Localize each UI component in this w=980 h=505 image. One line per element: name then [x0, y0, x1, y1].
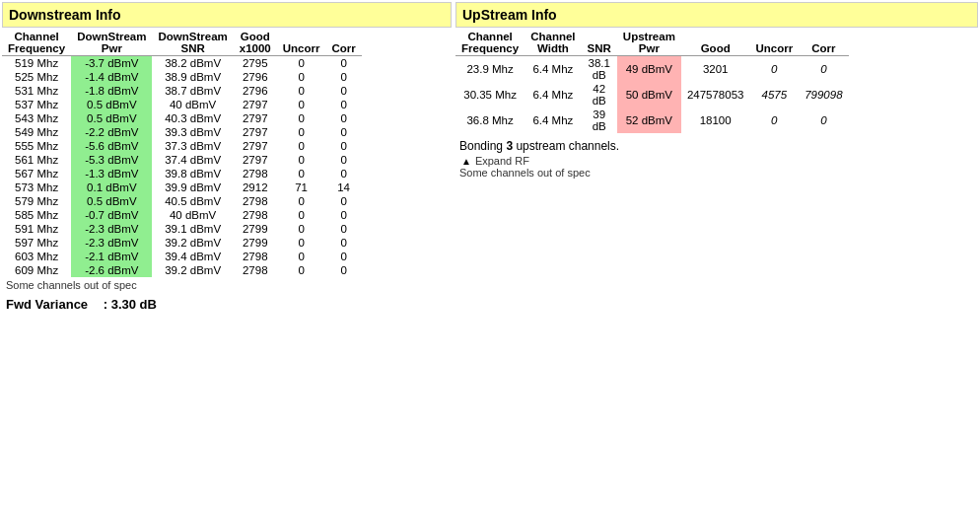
- us-uncorr: 0: [749, 56, 799, 83]
- table-row: 591 Mhz -2.3 dBmV 39.1 dBmV 2799 0 0: [2, 222, 362, 236]
- ds-good: 2798: [234, 263, 277, 277]
- ds-pwr: -1.4 dBmV: [71, 70, 152, 84]
- ds-good: 2798: [234, 167, 277, 180]
- ds-corr: 0: [325, 222, 361, 236]
- us-corr: 0: [799, 56, 848, 83]
- ds-corr: 0: [325, 70, 361, 84]
- ds-corr: 0: [325, 250, 361, 263]
- us-freq: 23.9 Mhz: [455, 56, 525, 83]
- downstream-table: ChannelFrequency DownStreamPwr DownStrea…: [2, 30, 362, 277]
- expand-rf-triangle-icon: ▲: [461, 156, 471, 167]
- ds-freq: 585 Mhz: [2, 208, 71, 222]
- table-row: 23.9 Mhz 6.4 Mhz 38.1dB 49 dBmV 3201 0 0: [455, 56, 849, 83]
- ds-good: 2797: [234, 111, 277, 125]
- bonding-text: Bonding 3 upstream channels.: [459, 137, 974, 155]
- ds-corr: 0: [325, 139, 361, 153]
- ds-snr: 38.7 dBmV: [152, 84, 233, 98]
- ds-corr: 0: [325, 263, 361, 277]
- ds-pwr: -0.7 dBmV: [71, 208, 152, 222]
- ds-pwr: 0.5 dBmV: [71, 98, 152, 111]
- table-row: 597 Mhz -2.3 dBmV 39.2 dBmV 2799 0 0: [2, 236, 362, 250]
- ds-good: 2798: [234, 208, 277, 222]
- ds-freq: 525 Mhz: [2, 70, 71, 84]
- table-row: 609 Mhz -2.6 dBmV 39.2 dBmV 2798 0 0: [2, 263, 362, 277]
- us-width: 6.4 Mhz: [525, 108, 581, 133]
- ds-uncorr: 0: [277, 236, 326, 250]
- table-row: 549 Mhz -2.2 dBmV 39.3 dBmV 2797 0 0: [2, 125, 362, 139]
- ds-freq: 597 Mhz: [2, 236, 71, 250]
- upstream-out-of-spec: Some channels out of spec: [459, 167, 974, 179]
- ds-pwr: -2.3 dBmV: [71, 222, 152, 236]
- ds-good: 2798: [234, 250, 277, 263]
- ds-corr: 0: [325, 56, 361, 71]
- ds-uncorr: 0: [277, 84, 326, 98]
- table-row: 567 Mhz -1.3 dBmV 39.8 dBmV 2798 0 0: [2, 167, 362, 180]
- ds-snr: 39.8 dBmV: [152, 167, 233, 180]
- ds-corr: 0: [325, 167, 361, 180]
- fwd-variance-value: : 3.30 dB: [104, 297, 157, 312]
- ds-uncorr: 0: [277, 208, 326, 222]
- us-col-snr: SNR: [582, 30, 617, 56]
- ds-good: 2799: [234, 222, 277, 236]
- ds-freq: 543 Mhz: [2, 111, 71, 125]
- table-row: 519 Mhz -3.7 dBmV 38.2 dBmV 2795 0 0: [2, 56, 362, 71]
- ds-pwr: -2.1 dBmV: [71, 250, 152, 263]
- us-freq: 36.8 Mhz: [455, 108, 525, 133]
- ds-snr: 40.5 dBmV: [152, 194, 233, 208]
- ds-freq: 603 Mhz: [2, 250, 71, 263]
- upstream-table: ChannelFrequency ChannelWidth SNR Upstre…: [455, 30, 849, 133]
- us-pwr: 49 dBmV: [617, 56, 681, 83]
- bonding-info: Bonding 3 upstream channels. ▲ Expand RF…: [455, 133, 978, 179]
- downstream-header: Downstream Info: [2, 2, 452, 28]
- us-uncorr: 0: [749, 108, 799, 133]
- col-ds-snr: DownStreamSNR: [152, 30, 233, 56]
- ds-corr: 0: [325, 98, 361, 111]
- col-ds-pwr: DownStreamPwr: [71, 30, 152, 56]
- us-pwr: 52 dBmV: [617, 108, 681, 133]
- col-uncorr: Uncorr: [277, 30, 326, 56]
- ds-corr: 0: [325, 194, 361, 208]
- ds-corr: 0: [325, 111, 361, 125]
- expand-rf-label[interactable]: Expand RF: [475, 155, 529, 167]
- ds-snr: 37.4 dBmV: [152, 153, 233, 167]
- ds-freq: 537 Mhz: [2, 98, 71, 111]
- us-col-upstream-pwr: UpstreamPwr: [617, 30, 681, 56]
- us-col-channel-freq: ChannelFrequency: [455, 30, 525, 56]
- ds-snr: 38.9 dBmV: [152, 70, 233, 84]
- ds-uncorr: 0: [277, 70, 326, 84]
- ds-snr: 40.3 dBmV: [152, 111, 233, 125]
- expand-rf-row: ▲ Expand RF: [459, 155, 974, 167]
- ds-uncorr: 0: [277, 125, 326, 139]
- us-uncorr: 4575: [749, 82, 799, 108]
- us-good: 247578053: [681, 82, 750, 108]
- us-width: 6.4 Mhz: [525, 56, 581, 83]
- table-row: 573 Mhz 0.1 dBmV 39.9 dBmV 2912 71 14: [2, 180, 362, 194]
- ds-freq: 549 Mhz: [2, 125, 71, 139]
- ds-corr: 0: [325, 125, 361, 139]
- ds-snr: 40 dBmV: [152, 98, 233, 111]
- us-col-uncorr: Uncorr: [749, 30, 799, 56]
- col-good: Goodx1000: [234, 30, 277, 56]
- table-row: 30.35 Mhz 6.4 Mhz 42dB 50 dBmV 247578053…: [455, 82, 849, 108]
- ds-pwr: 0.5 dBmV: [71, 194, 152, 208]
- ds-good: 2797: [234, 125, 277, 139]
- ds-pwr: 0.1 dBmV: [71, 180, 152, 194]
- ds-uncorr: 0: [277, 263, 326, 277]
- ds-pwr: -3.7 dBmV: [71, 56, 152, 71]
- ds-snr: 39.1 dBmV: [152, 222, 233, 236]
- table-row: 525 Mhz -1.4 dBmV 38.9 dBmV 2796 0 0: [2, 70, 362, 84]
- ds-uncorr: 71: [277, 180, 326, 194]
- table-row: 603 Mhz -2.1 dBmV 39.4 dBmV 2798 0 0: [2, 250, 362, 263]
- ds-freq: 609 Mhz: [2, 263, 71, 277]
- downstream-footer-note: Some channels out of spec: [2, 277, 452, 293]
- ds-good: 2796: [234, 84, 277, 98]
- ds-corr: 0: [325, 84, 361, 98]
- ds-uncorr: 0: [277, 250, 326, 263]
- table-row: 555 Mhz -5.6 dBmV 37.3 dBmV 2797 0 0: [2, 139, 362, 153]
- ds-pwr: -5.6 dBmV: [71, 139, 152, 153]
- col-corr: Corr: [325, 30, 361, 56]
- table-row: 579 Mhz 0.5 dBmV 40.5 dBmV 2798 0 0: [2, 194, 362, 208]
- table-row: 531 Mhz -1.8 dBmV 38.7 dBmV 2796 0 0: [2, 84, 362, 98]
- ds-good: 2797: [234, 98, 277, 111]
- ds-corr: 0: [325, 236, 361, 250]
